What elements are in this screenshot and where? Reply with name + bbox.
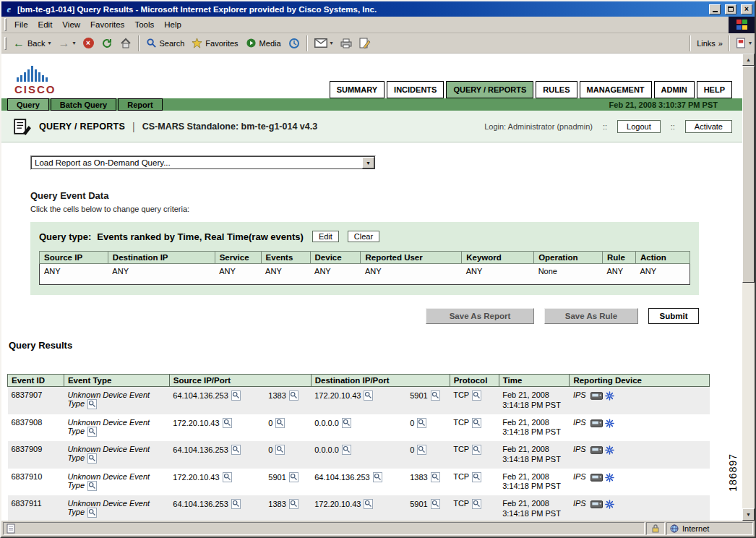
port-zoom-icon[interactable] [289, 390, 298, 401]
menu-favorites[interactable]: Favorites [85, 18, 129, 31]
criteria-cell-events[interactable]: ANY [261, 264, 310, 285]
links-dropdown-icon[interactable]: ▾ [749, 40, 752, 46]
search-button[interactable]: Search [142, 35, 189, 52]
device-icon[interactable] [590, 419, 603, 427]
links-chevron-icon[interactable]: » [718, 39, 723, 48]
ip-zoom-icon[interactable] [364, 499, 373, 509]
menu-edit[interactable]: Edit [33, 18, 58, 31]
close-button[interactable]: × [741, 4, 752, 14]
select-dropdown-icon[interactable]: ▼ [362, 157, 374, 168]
event-star-icon[interactable] [605, 500, 614, 509]
event-star-icon[interactable] [605, 419, 614, 428]
media-button[interactable]: Media [242, 35, 285, 52]
scrollbar-track[interactable] [742, 66, 755, 508]
protocol-zoom-icon[interactable] [472, 499, 481, 509]
back-button[interactable]: ← Back ▾ [9, 35, 54, 52]
event-star-icon[interactable] [605, 445, 614, 455]
edit-button[interactable]: Edit [312, 231, 339, 242]
criteria-cell-source-ip[interactable]: ANY [40, 264, 108, 285]
logout-button[interactable]: Logout [617, 120, 661, 133]
event-type-zoom-icon[interactable] [87, 399, 97, 409]
subtab-batch-query[interactable]: Batch Query [51, 98, 116, 111]
forward-button[interactable]: → ▾ [54, 35, 79, 52]
event-type-zoom-icon[interactable] [87, 481, 97, 491]
criteria-cell-service[interactable]: ANY [215, 264, 261, 285]
mail-dropdown-icon[interactable]: ▾ [330, 40, 333, 46]
event-type-zoom-icon[interactable] [87, 508, 97, 518]
links-label[interactable]: Links [697, 39, 716, 48]
ip-zoom-icon[interactable] [231, 499, 241, 509]
submit-button[interactable]: Submit [648, 308, 699, 324]
event-type-zoom-icon[interactable] [87, 427, 97, 437]
port-zoom-icon[interactable] [417, 445, 426, 455]
criteria-cell-action[interactable]: ANY [636, 264, 690, 285]
forward-dropdown-icon[interactable]: ▾ [72, 40, 75, 46]
titlebar[interactable]: e [bm-te-g1-014] Query Results - Microso… [1, 1, 755, 17]
home-button[interactable] [116, 35, 135, 52]
criteria-cell-rule[interactable]: ANY [603, 264, 636, 285]
tab-admin[interactable]: ADMIN [654, 81, 695, 98]
history-button[interactable] [285, 35, 304, 52]
device-icon[interactable] [590, 446, 603, 454]
port-zoom-icon[interactable] [275, 445, 285, 455]
tab-query-reports[interactable]: QUERY / REPORTS [446, 81, 533, 98]
activate-button[interactable]: Activate [685, 120, 732, 133]
ip-zoom-icon[interactable] [231, 445, 241, 455]
tab-summary[interactable]: SUMMARY [330, 81, 385, 98]
port-zoom-icon[interactable] [431, 472, 440, 482]
ip-zoom-icon[interactable] [231, 390, 241, 401]
scroll-down-button[interactable]: ▼ [742, 508, 755, 521]
save-as-report-button[interactable]: Save As Report [426, 308, 534, 324]
device-icon[interactable] [590, 474, 603, 482]
maximize-button[interactable] [725, 4, 736, 14]
scrollbar-thumb[interactable] [742, 66, 755, 283]
port-zoom-icon[interactable] [431, 390, 440, 401]
menu-help[interactable]: Help [159, 18, 186, 31]
criteria-cell-device[interactable]: ANY [310, 264, 361, 285]
minimize-button[interactable] [709, 4, 721, 14]
criteria-cell-reported-user[interactable]: ANY [361, 264, 462, 285]
criteria-cell-destination-ip[interactable]: ANY [108, 264, 215, 285]
tab-help[interactable]: HELP [697, 81, 732, 98]
ip-zoom-icon[interactable] [364, 390, 373, 401]
tab-management[interactable]: MANAGEMENT [580, 81, 652, 98]
device-icon[interactable] [590, 500, 603, 508]
ip-zoom-icon[interactable] [342, 445, 351, 455]
ip-zoom-icon[interactable] [342, 418, 351, 428]
menubar-grip[interactable] [4, 18, 7, 31]
port-zoom-icon[interactable] [289, 472, 298, 482]
print-button[interactable] [337, 35, 356, 52]
ip-zoom-icon[interactable] [223, 472, 232, 482]
protocol-zoom-icon[interactable] [472, 418, 481, 428]
stop-button[interactable]: × [80, 35, 98, 52]
event-type-zoom-icon[interactable] [87, 453, 97, 464]
protocol-zoom-icon[interactable] [472, 390, 481, 401]
page-shortcut-icon[interactable] [736, 38, 746, 48]
protocol-zoom-icon[interactable] [472, 445, 481, 455]
port-zoom-icon[interactable] [431, 499, 440, 509]
port-zoom-icon[interactable] [275, 418, 285, 428]
menu-tools[interactable]: Tools [129, 18, 159, 31]
save-as-rule-button[interactable]: Save As Rule [544, 308, 638, 324]
port-zoom-icon[interactable] [289, 499, 298, 509]
event-star-icon[interactable] [605, 391, 614, 401]
clear-button[interactable]: Clear [348, 231, 379, 242]
tab-rules[interactable]: RULES [536, 81, 577, 98]
toolbar-grip[interactable] [4, 37, 7, 50]
edit-button[interactable] [356, 35, 374, 52]
port-zoom-icon[interactable] [417, 418, 426, 428]
mail-button[interactable]: ▾ [311, 35, 337, 52]
protocol-zoom-icon[interactable] [472, 472, 481, 482]
refresh-button[interactable] [98, 35, 116, 52]
tab-incidents[interactable]: INCIDENTS [387, 81, 444, 98]
device-icon[interactable] [590, 392, 603, 400]
menu-view[interactable]: View [57, 18, 85, 31]
menu-file[interactable]: File [9, 18, 33, 31]
ip-zoom-icon[interactable] [373, 472, 382, 482]
load-report-select[interactable]: Load Report as On-Demand Query... ▼ [30, 155, 376, 170]
criteria-cell-operation[interactable]: None [534, 264, 603, 285]
scroll-up-button[interactable]: ▲ [742, 54, 755, 66]
event-star-icon[interactable] [605, 473, 614, 482]
subtab-report[interactable]: Report [118, 98, 162, 111]
back-dropdown-icon[interactable]: ▾ [48, 40, 51, 46]
